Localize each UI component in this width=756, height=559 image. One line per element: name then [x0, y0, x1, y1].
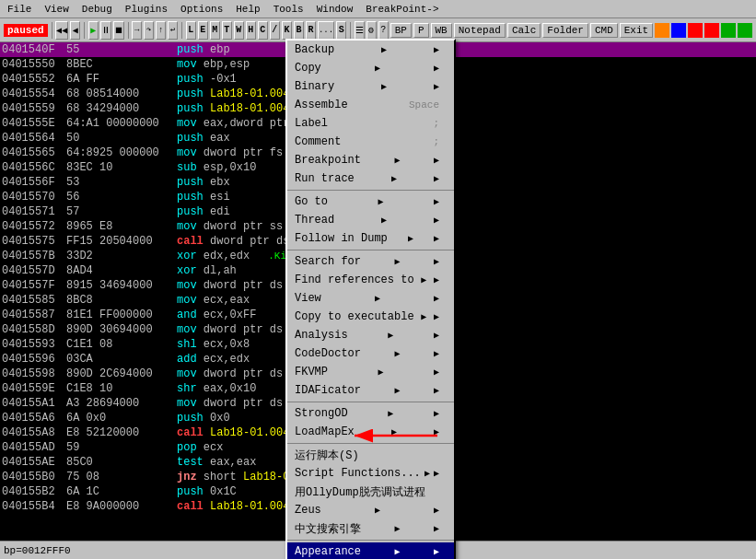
ctx-fkvmp[interactable]: FKVMP▶ [287, 363, 454, 381]
ctx-view[interactable]: View▶ [287, 289, 454, 308]
ctx-chinese-search[interactable]: 中文搜索引擎▶ [287, 519, 454, 538]
ctx-label[interactable]: Label; [287, 114, 454, 133]
ctx-script-functions[interactable]: Script Functions...▶ [287, 464, 454, 483]
ctx-sep1 [287, 190, 454, 191]
ctx-goto[interactable]: Go to▶ [287, 192, 454, 211]
context-menu: Backup▶ Copy▶ Binary▶ AssembleSpace Labe… [285, 39, 456, 559]
ctx-idaficator[interactable]: IDAFicator▶ [287, 381, 454, 400]
ctx-codedoctor[interactable]: CodeDoctor▶ [287, 344, 454, 363]
ctx-comment[interactable]: Comment; [287, 133, 454, 151]
ctx-copy[interactable]: Copy▶ [287, 59, 454, 77]
ctx-search-for[interactable]: Search for▶ [287, 252, 454, 271]
ctx-analysis[interactable]: Analysis▶ [287, 326, 454, 344]
ctx-follow-dump[interactable]: Follow in Dump▶ [287, 229, 454, 248]
ctx-appearance[interactable]: Appearance▶ [287, 542, 454, 559]
ctx-sep4 [287, 443, 454, 444]
ctx-thread[interactable]: Thread▶ [287, 211, 454, 229]
ctx-ollydump[interactable]: 用OllyDump脱壳调试进程 [287, 483, 454, 501]
ctx-run-script[interactable]: 运行脚本(S) [287, 446, 454, 464]
ctx-copy-exec[interactable]: Copy to executable▶ [287, 308, 454, 326]
ctx-overlay[interactable]: Backup▶ Copy▶ Binary▶ AssembleSpace Labe… [0, 0, 756, 559]
ctx-sep2 [287, 250, 454, 250]
ctx-run-trace[interactable]: Run trace▶ [287, 169, 454, 188]
ctx-breakpoint[interactable]: Breakpoint▶ [287, 151, 454, 169]
ctx-sep5 [287, 540, 454, 541]
ctx-binary[interactable]: Binary▶ [287, 77, 454, 96]
ctx-find-refs[interactable]: Find references to▶ [287, 271, 454, 289]
ctx-backup[interactable]: Backup▶ [287, 41, 454, 59]
ctx-sep3 [287, 402, 454, 402]
ctx-assemble[interactable]: AssembleSpace [287, 96, 454, 114]
ctx-loadmapex[interactable]: LoadMapEx▶ [287, 423, 454, 441]
ctx-strongod[interactable]: StrongOD▶ [287, 404, 454, 423]
ctx-zeus[interactable]: Zeus▶ [287, 501, 454, 519]
